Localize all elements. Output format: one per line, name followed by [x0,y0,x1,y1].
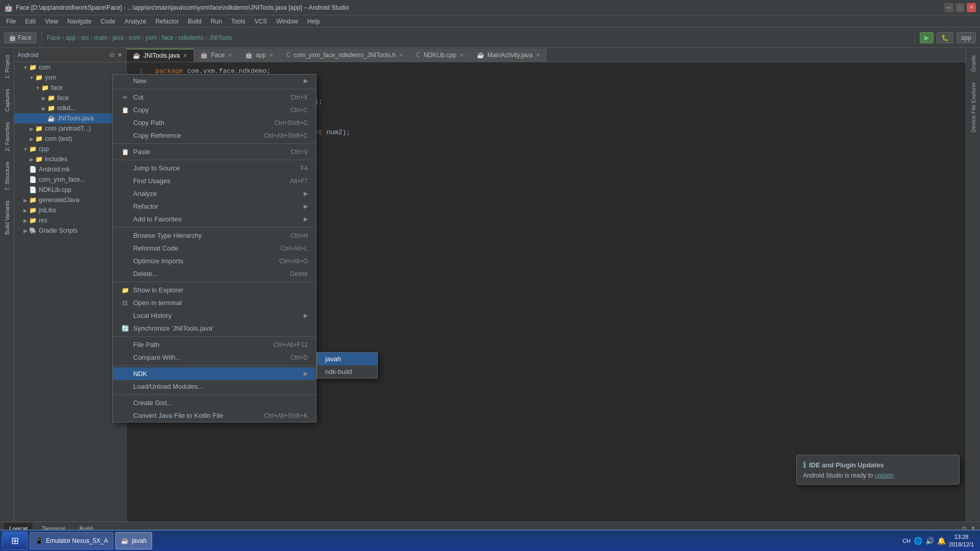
ctx-compare[interactable]: Compare With... Ctrl+D [113,351,316,364]
ctx-analyze[interactable]: Analyze ▶ [113,187,316,200]
ctx-ndk[interactable]: NDK ▶ [113,367,316,380]
ctx-browse-hierarchy[interactable]: Browse Type Hierarchy Ctrl+H [113,229,316,242]
ctx-cut[interactable]: ✂Cut Ctrl+X [113,91,316,104]
ctx-jump[interactable]: Jump to Source F4 [113,162,316,174]
ctx-local-history[interactable]: Local History ▶ [113,309,316,322]
breadcrumb-face2[interactable]: face [162,34,174,41]
taskbar-emulator[interactable]: 📱 Emulator Nexus_5X_A [30,532,113,549]
vtab-favorites[interactable]: 2: Favorites [2,117,12,156]
ctx-new[interactable]: New ▶ [113,74,316,87]
vtab-captures[interactable]: Captures [2,84,12,117]
tab-close-face[interactable]: ✕ [228,52,232,59]
ctx-refactor[interactable]: Refactor ▶ [113,200,316,213]
tab-close-ndklib[interactable]: ✕ [459,52,464,59]
menu-build[interactable]: Build [184,17,206,26]
ctx-paste[interactable]: 📋Paste Ctrl+V [113,145,316,158]
menu-code[interactable]: Code [96,17,119,26]
tree-node-com[interactable]: ▼ 📁 com [14,62,126,72]
menu-navigate[interactable]: Navigate [63,17,95,26]
tree-node-face2[interactable]: ▶ 📁 face [14,93,126,103]
vtab-structure[interactable]: 7: Structure [2,157,12,196]
close-button[interactable]: ✕ [967,3,976,12]
breadcrumb-com[interactable]: com [129,34,140,41]
breadcrumb-yxm[interactable]: yxm [145,34,157,41]
tab-ndklib[interactable]: C NDKLib.cpp ✕ [410,48,471,62]
tree-node-com-yxm[interactable]: 📄 com_yxm_face... [14,174,126,185]
minimize-button[interactable]: ─ [944,3,953,12]
tree-node-ndklib[interactable]: 📄 NDKLib.cpp [14,185,126,195]
ctx-copy-path[interactable]: Copy Path Ctrl+Shift+C [113,116,316,129]
menu-view[interactable]: View [41,17,62,26]
tree-node-gradle[interactable]: ▶ 🐘 Gradle Scripts [14,226,126,236]
tab-jnitools[interactable]: ☕ JNITools.java ✕ [127,48,194,62]
breadcrumb-app[interactable]: app [65,34,76,41]
ctx-load-modules[interactable]: Load/Unload Modules... [113,380,316,393]
maximize-button[interactable]: □ [955,3,965,12]
ctx-reformat[interactable]: Reformat Code Ctrl+Alt+L [113,242,316,255]
breadcrumb-face[interactable]: Face [47,34,61,41]
ctx-copy[interactable]: 📋Copy Ctrl+C [113,104,316,116]
vtab-build-variants[interactable]: Build Variants [2,195,12,240]
tree-node-cpp[interactable]: ▼ 📁 cpp [14,144,126,154]
menu-help[interactable]: Help [303,17,324,26]
sidebar-collapse-icon[interactable]: ▼ [117,52,123,59]
tree-node-android-mk[interactable]: 📄 Android.mk [14,164,126,174]
tab-close-jnitools[interactable]: ✕ [183,53,187,59]
tree-node-generated[interactable]: ▶ 📁 generatedJava [14,195,126,205]
breadcrumb-java[interactable]: java [112,34,124,41]
tab-header[interactable]: C com_yxm_face_ndkdemo_JNITools.h ✕ [280,48,410,62]
ctx-file-path[interactable]: File Path Ctrl+Alt+F12 [113,338,316,351]
tree-node-jnitools[interactable]: ☕ JNITools.java [14,113,126,123]
vtab-gradle[interactable]: Gradle [968,50,978,77]
tree-node-res[interactable]: ▶ 📁 res [14,215,126,226]
menu-run[interactable]: Run [207,17,226,26]
app-config[interactable]: app [957,32,976,43]
run-button[interactable]: ▶ [920,32,934,43]
ctx-convert-kotlin[interactable]: Convert Java File to Kotlin File Ctrl+Al… [113,409,316,422]
tree-node-ndkd[interactable]: ▶ 📁 ndkd... [14,103,126,113]
debug-button[interactable]: 🐛 [937,32,953,43]
menu-file[interactable]: File [2,17,20,26]
notification-link[interactable]: update [875,472,894,479]
ctx-add-favorites[interactable]: Add to Favorites ▶ [113,213,316,226]
ndk-build[interactable]: ndk-build [317,365,377,378]
project-select[interactable]: 🤖 Face [4,32,36,43]
menu-refactor[interactable]: Refactor [152,17,183,26]
tree-node-com-test[interactable]: ▶ 📁 com (test) [14,134,126,144]
vtab-device-file[interactable]: Device File Explorer [968,77,978,137]
breadcrumb-src[interactable]: src [81,34,89,41]
menu-vcs[interactable]: VCS [251,17,272,26]
ctx-create-gist[interactable]: Create Gist... [113,396,316,409]
ctx-copy-ref[interactable]: Copy Reference Ctrl+Alt+Shift+C [113,129,316,142]
sidebar-options-icon[interactable]: ⚙ [109,52,115,59]
breadcrumb-jnitools[interactable]: JNITools [209,34,232,41]
start-button[interactable]: ⊞ [2,532,28,550]
tree-node-face[interactable]: ▼ 📁 face [14,83,126,93]
ctx-optimize[interactable]: Optimize Imports Ctrl+Alt+O [113,255,316,267]
breadcrumb-main[interactable]: main [94,34,107,41]
menu-edit[interactable]: Edit [21,17,40,26]
tree-node-com-android[interactable]: ▶ 📁 com (androidT...) [14,123,126,134]
tab-close-header[interactable]: ✕ [399,52,403,59]
tree-node-yxm[interactable]: ▼ 📁 yxm [14,72,126,83]
menu-tools[interactable]: Tools [227,17,250,26]
menu-analyze[interactable]: Analyze [120,17,151,26]
ctx-show-explorer[interactable]: 📁Show in Explorer [113,284,316,296]
ctx-synchronize[interactable]: 🔄Synchronize 'JNITools.java' [113,322,316,335]
tab-close-app[interactable]: ✕ [269,52,274,59]
ctx-open-terminal[interactable]: ⊡Open in terminal [113,296,316,309]
ctx-delete[interactable]: Delete... Delete [113,267,316,280]
tab-close-mainactivity[interactable]: ✕ [535,52,540,59]
breadcrumb-ndkdemo[interactable]: ndkdemo [179,34,204,41]
tab-mainactivity[interactable]: ☕ MainActivity.java ✕ [471,48,547,62]
menu-window[interactable]: Window [272,17,302,26]
tab-app[interactable]: 🤖 app ✕ [239,48,280,62]
tab-face[interactable]: 🤖 Face ✕ [194,48,239,62]
ndk-javah[interactable]: javah [317,353,377,365]
taskbar-javah[interactable]: ☕ javah [115,532,152,549]
tree-node-jnilibs[interactable]: ▶ 📁 jniLibs [14,205,126,215]
expand-arrow: ▶ [22,228,29,234]
vtab-project[interactable]: 1: Project [2,50,12,84]
tree-node-includes[interactable]: ▶ 📁 includes [14,154,126,164]
ctx-find-usages[interactable]: Find Usages Alt+F7 [113,174,316,187]
